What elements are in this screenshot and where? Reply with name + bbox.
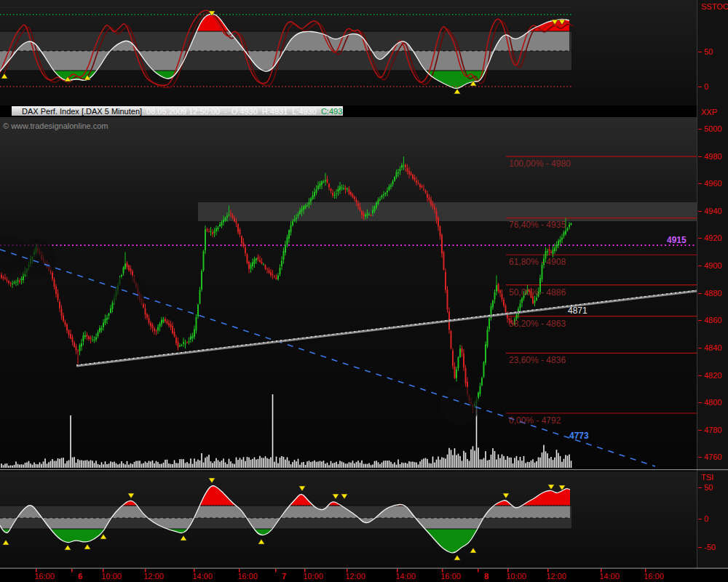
volume-bar xyxy=(23,465,24,468)
candle xyxy=(103,323,104,327)
volume-bar xyxy=(95,461,97,468)
volume-bar xyxy=(258,459,259,468)
volume-bar xyxy=(547,453,548,468)
volume-bar xyxy=(532,459,534,468)
ohlc-open: O:4930 xyxy=(232,107,258,116)
candle xyxy=(225,218,226,220)
volume-bar xyxy=(407,463,408,468)
volume-bar xyxy=(376,461,377,468)
candle xyxy=(549,250,550,251)
candle xyxy=(505,306,507,312)
volume-bar xyxy=(309,461,310,468)
candle xyxy=(317,186,319,189)
volume-bar xyxy=(66,461,68,468)
candle xyxy=(10,283,12,284)
chart-datetime: 08.05.2009 12:50:00 xyxy=(146,107,220,116)
candle xyxy=(21,279,23,281)
volume-bar xyxy=(447,455,448,468)
candle xyxy=(256,258,257,260)
chart-titlebar[interactable]: DAX Perf. Index [.DAX 5 Minuten] 08.05.2… xyxy=(12,106,343,116)
volume-bar xyxy=(116,463,117,468)
volume-bar xyxy=(165,460,166,468)
volume-bar xyxy=(503,456,505,468)
candle xyxy=(232,215,234,218)
volume-bar xyxy=(542,453,543,468)
volume-bar xyxy=(128,465,130,468)
fib-label: 76,40% - 4935 xyxy=(509,220,566,230)
volume-bar xyxy=(430,463,432,468)
candle xyxy=(422,186,423,188)
volume-bar xyxy=(30,463,31,468)
volume-bar xyxy=(79,461,81,469)
time-label: 10:00 xyxy=(101,572,122,581)
candle xyxy=(312,196,314,199)
candle xyxy=(443,252,445,270)
price-tick: 5000 xyxy=(698,124,721,133)
fib-label: 23,60% - 4836 xyxy=(509,355,566,365)
volume-bar xyxy=(26,463,28,469)
candle xyxy=(146,314,148,318)
volume-bar xyxy=(132,464,133,468)
volume-bar xyxy=(72,458,74,468)
candle xyxy=(339,186,341,190)
candle xyxy=(237,224,239,232)
candle xyxy=(569,225,570,228)
volume-bar xyxy=(368,463,370,468)
volume-bar xyxy=(141,464,143,469)
volume-bar xyxy=(172,464,173,468)
candle xyxy=(554,248,555,252)
volume-bar xyxy=(81,461,82,469)
volume-bar xyxy=(412,462,414,469)
volume-bar xyxy=(274,462,275,468)
candle xyxy=(1,275,2,278)
candle xyxy=(189,341,190,342)
candle xyxy=(172,326,173,333)
candle xyxy=(376,203,377,208)
volume-bar xyxy=(543,445,545,468)
volume-bar xyxy=(12,466,13,468)
time-label: 12:00 xyxy=(143,572,164,581)
volume-bar xyxy=(276,457,277,468)
volume-bar xyxy=(423,458,424,468)
volume-bar xyxy=(336,462,337,468)
volume-bar xyxy=(534,463,536,468)
volume-bar xyxy=(545,451,547,468)
chart-canvas[interactable] xyxy=(0,0,728,582)
candle xyxy=(265,265,266,268)
candle xyxy=(201,271,202,290)
candle xyxy=(110,308,111,313)
volume-bar xyxy=(219,462,221,468)
volume-bar xyxy=(360,463,361,468)
volume-bar xyxy=(61,458,63,469)
candle xyxy=(309,202,310,204)
candle xyxy=(219,225,221,227)
candle xyxy=(445,272,446,290)
candle xyxy=(88,337,90,340)
volume-bar xyxy=(221,461,223,468)
volume-bar xyxy=(434,463,435,468)
volume-bar xyxy=(560,456,561,468)
candle xyxy=(105,319,106,323)
volume-bar xyxy=(294,460,296,468)
candle xyxy=(321,181,323,185)
volume-bar xyxy=(15,461,17,468)
volume-bar xyxy=(77,459,79,468)
candle xyxy=(432,204,434,207)
volume-bar xyxy=(223,458,224,468)
volume-bar xyxy=(252,459,253,468)
volume-bar xyxy=(277,463,279,468)
volume-bar xyxy=(237,460,239,468)
price-tick: 4900 xyxy=(698,261,721,270)
time-label: 14:00 xyxy=(395,572,416,581)
volume-bar xyxy=(425,458,427,469)
candle xyxy=(462,348,463,353)
volume-bar xyxy=(507,456,508,468)
volume-bar xyxy=(259,456,261,468)
candle xyxy=(325,180,326,182)
volume-bar xyxy=(280,458,281,468)
volume-bar xyxy=(401,463,403,468)
volume-bar xyxy=(48,462,50,468)
volume-bar xyxy=(32,465,33,468)
volume-bar xyxy=(513,463,514,468)
volume-bar xyxy=(207,457,208,469)
